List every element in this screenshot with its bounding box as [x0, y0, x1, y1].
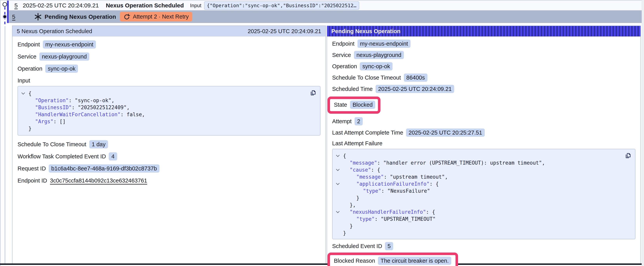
- timeout-chip: 1 day: [89, 140, 108, 148]
- field-endpoint: Endpoint my-nexus-endpoint: [18, 40, 320, 49]
- field-service: Service nexus-playground: [18, 53, 320, 61]
- last-attempt-failure-label: Last Attempt Failure: [332, 140, 636, 147]
- event-summary-row[interactable]: 5 2025-02-25 UTC 20:24:09.21 Nexus Opera…: [9, 1, 642, 10]
- annotation-highlight-blocked-reason: Blocked Reason The circuit breaker is op…: [328, 252, 458, 266]
- event-detail-card: 5 Nexus Operation Scheduled 2025-02-25 U…: [12, 26, 326, 264]
- retry-icon: [124, 14, 130, 20]
- event-detail-card-header: 5 Nexus Operation Scheduled 2025-02-25 U…: [12, 26, 326, 37]
- field-scheduled-time: Scheduled Time 2025-02-25 UTC 20:24:09.2…: [332, 85, 636, 93]
- field-state: State Blocked: [334, 101, 375, 109]
- event-detail-card-title: 5 Nexus Operation Scheduled: [17, 28, 92, 35]
- retry-badge-label: Attempt 2 · Next Retry: [133, 14, 189, 20]
- event-rows: 5 2025-02-25 UTC 20:24:09.21 Nexus Opera…: [9, 1, 642, 23]
- active-event-indicator-bar: [7, 1, 9, 23]
- pending-event-id-link[interactable]: 5: [12, 14, 16, 20]
- last-attempt-time-chip: 2025-02-25 UTC 20:25:27.51: [406, 129, 484, 137]
- pending-operation-card-title: Pending Nexus Operation: [331, 28, 400, 35]
- field-endpoint: Endpoint my-nexus-endpoint: [332, 40, 636, 48]
- field-request-id: Request ID b1c6a4bc-8ee7-468a-9169-df3b0…: [18, 164, 320, 173]
- chevron-down-icon[interactable]: [336, 182, 343, 185]
- event-detail-card-time: 2025-02-25 UTC 20:24:09.21: [248, 28, 321, 35]
- scheduled-event-id-chip: 5: [385, 242, 393, 250]
- copy-icon[interactable]: [310, 90, 316, 97]
- failure-json-viewer: { "message": "handler error (UPSTREAM_TI…: [332, 149, 636, 239]
- chevron-down-icon[interactable]: [21, 92, 28, 95]
- pending-asterisk-icon: [34, 13, 42, 21]
- input-label: Input: [190, 3, 201, 9]
- endpoint-id-link[interactable]: 3c0c75ccfa8144b092c13ce632463761: [50, 176, 147, 185]
- field-operation: Operation sync-op-ok: [332, 62, 636, 70]
- timeline-line: [5, 26, 5, 263]
- page-root: { "colors": { "accent_indigo": "#4741e3"…: [0, 0, 644, 266]
- event-timeline-gutter: [0, 0, 12, 266]
- service-chip: nexus-playground: [39, 53, 90, 61]
- field-workflow-task-completed-event-id: Workflow Task Completed Event ID 4: [18, 152, 320, 160]
- window-top-border: [0, 0, 644, 1]
- attempt-chip: 2: [354, 117, 363, 125]
- field-service: Service nexus-playground: [332, 51, 636, 59]
- timeout-chip: 86400s: [404, 74, 428, 82]
- event-time: 2025-02-25 UTC 20:24:09.21: [23, 2, 99, 9]
- scheduled-time-chip: 2025-02-25 UTC 20:24:09.21: [376, 85, 454, 93]
- section-bottom-divider: [0, 263, 642, 265]
- copy-icon[interactable]: [624, 152, 632, 159]
- blocked-reason-chip: The circuit breaker is open.: [378, 257, 451, 265]
- service-chip: nexus-playground: [354, 51, 404, 59]
- input-preview-chip[interactable]: {"Operation":"sync-op-ok","BusinessID":"…: [204, 1, 359, 10]
- operation-chip: sync-op-ok: [360, 62, 392, 70]
- annotation-highlight-state: State Blocked: [328, 97, 380, 114]
- field-schedule-to-close-timeout: Schedule To Close Timeout 1 day: [18, 140, 320, 148]
- field-scheduled-event-id: Scheduled Event ID 5: [332, 242, 636, 250]
- pending-operation-title: Pending Nexus Operation: [45, 14, 116, 20]
- endpoint-chip: my-nexus-endpoint: [358, 40, 411, 48]
- pending-operation-card: Pending Nexus Operation Endpoint my-nexu…: [327, 26, 641, 264]
- event-id-link[interactable]: 5: [14, 2, 18, 9]
- request-id-chip: b1c6a4bc-8ee7-468a-9169-df3b02c8737b: [49, 164, 160, 173]
- input-section-label: Input: [18, 77, 320, 84]
- field-last-attempt-complete-time: Last Attempt Complete Time 2025-02-25 UT…: [332, 129, 636, 137]
- operation-chip: sync-op-ok: [45, 65, 78, 73]
- pending-operation-row[interactable]: 5 Pending Nexus Operation Attempt 2 · Ne…: [9, 10, 642, 23]
- field-operation: Operation sync-op-ok: [18, 65, 320, 73]
- detail-panels: 5 Nexus Operation Scheduled 2025-02-25 U…: [12, 26, 644, 264]
- timeline-dot-open-icon: [2, 2, 7, 7]
- field-attempt: Attempt 2: [332, 117, 636, 125]
- pending-operation-card-header: Pending Nexus Operation: [327, 26, 640, 37]
- chevron-down-icon[interactable]: [336, 211, 343, 213]
- state-blocked-chip: Blocked: [350, 101, 375, 109]
- field-schedule-to-close-timeout: Schedule To Close Timeout 86400s: [332, 74, 636, 82]
- wft-event-id-chip: 4: [109, 152, 117, 160]
- scrollbar-track[interactable]: [642, 0, 644, 266]
- endpoint-chip: my-nexus-endpoint: [43, 40, 96, 49]
- chevron-down-icon[interactable]: [336, 154, 343, 157]
- field-endpoint-id: Endpoint ID 3c0c75ccfa8144b092c13ce63246…: [18, 176, 320, 185]
- window-left-border: [0, 0, 0, 266]
- chevron-down-icon[interactable]: [336, 168, 343, 171]
- retry-status-badge: Attempt 2 · Next Retry: [120, 12, 192, 22]
- input-json-viewer: { "Operation": "sync-op-ok", "BusinessID…: [18, 86, 320, 136]
- timeline-dot-filled-icon: [2, 15, 7, 19]
- field-blocked-reason: Blocked Reason The circuit breaker is op…: [334, 257, 451, 265]
- event-title: Nexus Operation Scheduled: [106, 2, 184, 9]
